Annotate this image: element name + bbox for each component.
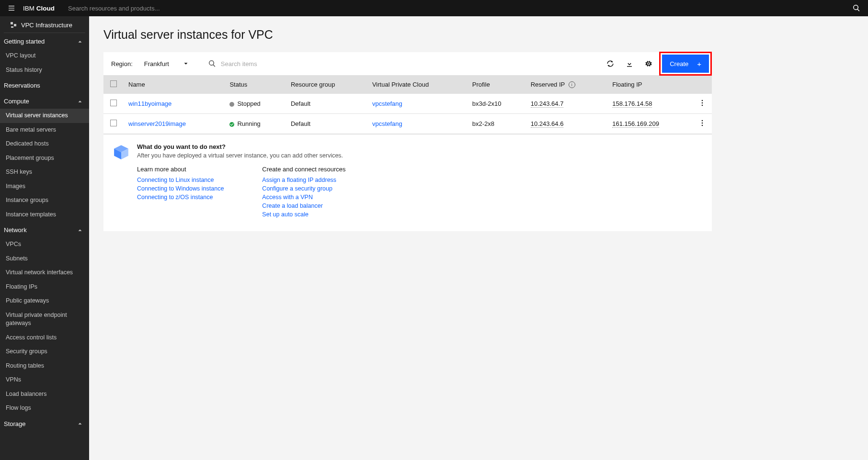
svg-point-1 [702,102,703,104]
refresh-button[interactable] [601,52,620,75]
floating-ip[interactable]: 158.176.14.58 [612,100,652,108]
status-dot-icon [229,102,234,107]
resource-group-cell: Default [286,114,367,134]
table-body: win11byoimage Stopped Default vpcstefang… [103,94,712,134]
vpc-link[interactable]: vpcstefang [372,100,402,107]
hamburger-icon [8,4,15,12]
sidebar-item-virtual-private-endpoint-gateways[interactable]: Virtual private endpoint gateways [0,308,89,331]
select-all-checkbox[interactable] [110,80,117,87]
next-link[interactable]: Connecting to z/OS instance [137,194,224,201]
sidebar-item-bare-metal-servers[interactable]: Bare metal servers [0,123,89,137]
sidebar-item-status-history[interactable]: Status history [0,63,89,78]
sidebar-item-images[interactable]: Images [0,180,89,194]
next-subtitle: After you have deployed a virtual server… [137,152,346,159]
sidebar-group-getting-started[interactable]: Getting started [0,33,89,49]
next-column: Learn more aboutConnecting to Linux inst… [137,166,224,220]
sidebar-item-dedicated-hosts[interactable]: Dedicated hosts [0,137,89,151]
column-profile[interactable]: Profile [468,75,526,94]
page-title: Virtual server instances for VPC [103,28,712,42]
sidebar-item-virtual-network-interfaces[interactable]: Virtual network interfaces [0,266,89,280]
settings-button[interactable] [639,52,658,75]
next-link[interactable]: Assign a floating IP address [262,177,345,183]
next-column-heading: Learn more about [137,166,224,173]
chevron-up-icon [77,38,83,45]
sidebar-item-vpc-layout[interactable]: VPC layout [0,49,89,63]
next-link[interactable]: Set up auto scale [262,211,345,218]
column-virtual-private-cloud[interactable]: Virtual Private Cloud [367,75,468,94]
sidebar-item-virtual-server-instances[interactable]: Virtual server instances [0,109,89,123]
chevron-up-icon [77,227,83,234]
next-link[interactable]: Create a load balancer [262,202,345,209]
search-icon [853,4,860,12]
status-cell: Stopped [225,94,286,114]
row-checkbox[interactable] [110,120,117,126]
sidebar-group-storage[interactable]: Storage [0,415,89,431]
download-icon [626,60,633,67]
sidebar-item-ssh-keys[interactable]: SSH keys [0,165,89,180]
sidebar-item-instance-templates[interactable]: Instance templates [0,208,89,222]
next-title: What do you want to do next? [137,143,346,150]
sidebar-item-vpns[interactable]: VPNs [0,373,89,387]
sidebar-item-public-gateways[interactable]: Public gateways [0,294,89,308]
brand[interactable]: IBM Cloud [23,5,59,12]
next-column-heading: Create and connect resources [262,166,345,173]
table-row: win11byoimage Stopped Default vpcstefang… [103,94,712,114]
next-link[interactable]: Configure a security group [262,185,345,192]
gear-icon [645,60,652,67]
download-button[interactable] [620,52,639,75]
main-content: Virtual server instances for VPC Region:… [89,16,726,460]
region-dropdown[interactable]: Frankfurt [144,60,189,67]
row-checkbox[interactable] [110,100,117,106]
instance-name-link[interactable]: winserver2019image [128,120,186,127]
next-link[interactable]: Connecting to Linux instance [137,177,224,183]
create-button[interactable]: Create + [662,55,709,73]
instance-name-link[interactable]: win11byoimage [128,100,171,107]
column-name[interactable]: Name [124,75,225,94]
sidebar-group-reservations[interactable]: Reservations [0,77,89,93]
column-resource-group[interactable]: Resource group [286,75,367,94]
reserved-ip[interactable]: 10.243.64.6 [531,120,564,128]
row-actions-button[interactable] [693,114,712,134]
svg-point-3 [702,120,703,122]
sidebar-group-compute[interactable]: Compute [0,93,89,109]
profile-cell: bx2-2x8 [468,114,526,134]
column-reserved-ip[interactable]: Reserved IP i [526,75,608,94]
sidebar-item-security-groups[interactable]: Security groups [0,345,89,359]
sidebar: VPC Infrastructure Getting startedVPC la… [0,16,89,460]
table-search-input[interactable] [221,60,317,67]
sidebar-item-vpcs[interactable]: VPCs [0,237,89,252]
column-status[interactable]: Status [225,75,286,94]
sidebar-item-floating-ips[interactable]: Floating IPs [0,280,89,294]
region-value: Frankfurt [144,60,169,67]
sidebar-group-network[interactable]: Network [0,222,89,237]
sidebar-item-load-balancers[interactable]: Load balancers [0,387,89,402]
sidebar-item-instance-groups[interactable]: Instance groups [0,193,89,208]
global-search-button[interactable] [845,0,868,16]
info-icon[interactable]: i [569,81,575,88]
column-floating-ip[interactable]: Floating IP [607,75,693,94]
search-icon [208,60,216,67]
sidebar-item-access-control-lists[interactable]: Access control lists [0,331,89,345]
sidebar-item-subnets[interactable]: Subnets [0,252,89,266]
row-actions-button[interactable] [693,94,712,114]
table-search [208,60,317,67]
sidebar-item-routing-tables[interactable]: Routing tables [0,359,89,373]
resource-group-cell: Default [286,94,367,114]
vpc-icon [10,21,17,29]
sidebar-item-placement-groups[interactable]: Placement groups [0,151,89,166]
svg-point-2 [702,105,703,106]
table-header: NameStatusResource groupVirtual Private … [103,75,712,94]
sidebar-section-header: VPC Infrastructure [4,16,85,33]
svg-point-0 [702,100,703,101]
next-link[interactable]: Connecting to Windows instance [137,185,224,192]
sidebar-item-flow-logs[interactable]: Flow logs [0,401,89,415]
status-dot-icon [229,122,234,127]
hamburger-menu-button[interactable] [0,0,23,16]
next-link[interactable]: Access with a VPN [262,194,345,201]
create-button-highlight: Create + [659,52,712,76]
global-search-input[interactable] [59,0,845,16]
reserved-ip[interactable]: 10.243.64.7 [531,100,564,108]
floating-ip[interactable]: 161.156.169.209 [612,120,659,128]
chevron-up-icon [77,420,83,427]
vpc-link[interactable]: vpcstefang [372,120,402,127]
